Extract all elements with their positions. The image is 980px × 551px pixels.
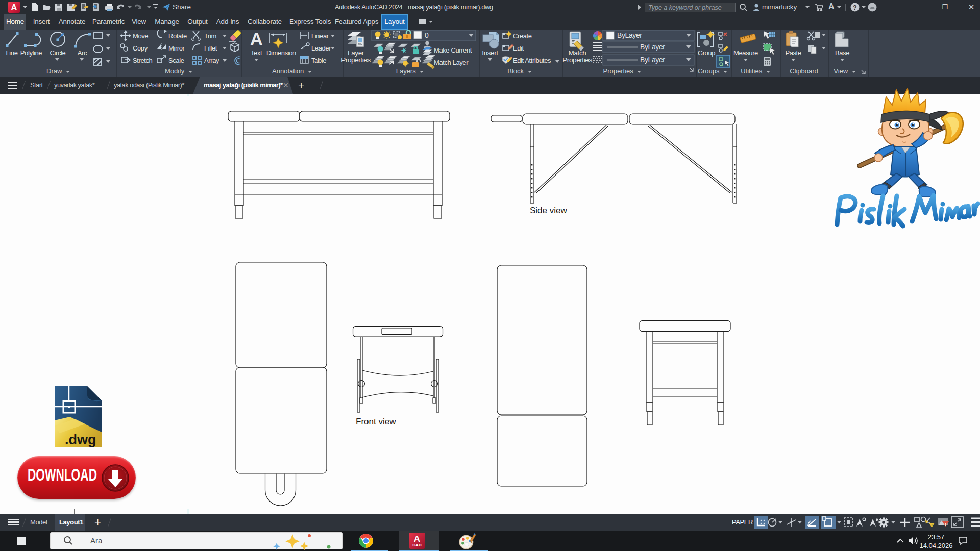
svg-text:CAD: CAD bbox=[412, 543, 422, 547]
svg-text:Paste: Paste bbox=[785, 49, 801, 57]
svg-text:Linear: Linear bbox=[311, 32, 329, 40]
svg-text:!: ! bbox=[945, 522, 946, 527]
svg-text:Mirror: Mirror bbox=[168, 44, 185, 52]
svg-text:Rotate: Rotate bbox=[168, 32, 187, 40]
svg-text:ByLayer: ByLayer bbox=[640, 56, 665, 64]
svg-text:Properties: Properties bbox=[562, 56, 592, 64]
svg-text:Make Current: Make Current bbox=[434, 46, 472, 54]
svg-text:Leader: Leader bbox=[311, 44, 331, 52]
svg-text:0: 0 bbox=[425, 31, 429, 39]
svg-text:?: ? bbox=[853, 4, 856, 11]
svg-text:Table: Table bbox=[311, 57, 326, 64]
svg-text:Properties: Properties bbox=[341, 56, 371, 64]
svg-text:Measure: Measure bbox=[733, 49, 758, 57]
svg-text:Match: Match bbox=[569, 49, 586, 57]
svg-text:Layer: Layer bbox=[348, 49, 364, 57]
svg-text:Circle: Circle bbox=[50, 49, 66, 57]
svg-text:Trim: Trim bbox=[204, 32, 216, 40]
svg-text:Match Layer: Match Layer bbox=[434, 59, 469, 66]
svg-text:Base: Base bbox=[835, 49, 849, 57]
svg-text:Arc: Arc bbox=[78, 49, 87, 57]
svg-text:Text: Text bbox=[251, 49, 262, 57]
svg-text:Stretch: Stretch bbox=[133, 57, 153, 64]
svg-text:ByLayer: ByLayer bbox=[640, 43, 665, 51]
svg-text:A: A bbox=[11, 3, 17, 12]
svg-text:Scale: Scale bbox=[168, 57, 184, 64]
svg-text:Array: Array bbox=[204, 57, 219, 64]
svg-text:A: A bbox=[250, 30, 262, 48]
svg-text:ByLayer: ByLayer bbox=[617, 31, 642, 39]
svg-text:Fillet: Fillet bbox=[204, 44, 217, 52]
svg-text:DOWNLOAD: DOWNLOAD bbox=[28, 465, 97, 484]
svg-text:Dimension: Dimension bbox=[266, 49, 296, 57]
svg-text:Group: Group bbox=[698, 49, 715, 57]
svg-text:Edit Attributes: Edit Attributes bbox=[513, 57, 551, 64]
svg-text:Insert: Insert bbox=[482, 49, 498, 57]
svg-text:Create: Create bbox=[513, 32, 532, 40]
svg-text:Copy: Copy bbox=[133, 44, 148, 52]
svg-text:.dwg: .dwg bbox=[65, 432, 96, 447]
svg-text:Move: Move bbox=[133, 32, 148, 40]
svg-text:Polyline: Polyline bbox=[20, 49, 42, 57]
svg-text:Edit: Edit bbox=[513, 44, 524, 52]
svg-text:!: ! bbox=[931, 523, 933, 528]
svg-text:Line: Line bbox=[6, 49, 18, 57]
